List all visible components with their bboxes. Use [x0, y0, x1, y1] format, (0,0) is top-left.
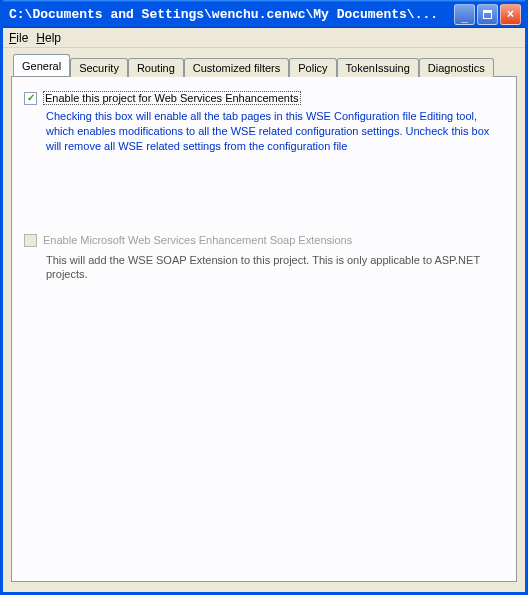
- label-soap-ext: Enable Microsoft Web Services Enhancemen…: [43, 234, 352, 246]
- close-button[interactable]: ×: [500, 4, 521, 25]
- maximize-button[interactable]: [477, 4, 498, 25]
- checkbox-soap-ext: [24, 234, 37, 247]
- menubar: File Help: [3, 28, 525, 48]
- desc-enable-wse: Checking this box will enable all the ta…: [46, 109, 501, 154]
- client-area: General Security Routing Customized filt…: [3, 48, 525, 592]
- row-soap-ext: Enable Microsoft Web Services Enhancemen…: [24, 234, 504, 247]
- tab-customized-filters[interactable]: Customized filters: [184, 58, 289, 77]
- titlebar-buttons: _ ×: [454, 4, 521, 25]
- tab-security[interactable]: Security: [70, 58, 128, 77]
- tabs-row: General Security Routing Customized filt…: [13, 54, 517, 76]
- tab-panel-general: ✓ Enable this project for Web Services E…: [11, 76, 517, 582]
- tab-routing[interactable]: Routing: [128, 58, 184, 77]
- tab-policy[interactable]: Policy: [289, 58, 336, 77]
- check-mark-icon: ✓: [27, 93, 35, 103]
- titlebar: C:\Documents and Settings\wenchu.cenwc\M…: [3, 0, 525, 28]
- desc-soap-ext: This will add the WSE SOAP Extension to …: [46, 253, 486, 283]
- checkbox-enable-wse[interactable]: ✓: [24, 92, 37, 105]
- menu-file[interactable]: File: [9, 31, 28, 45]
- row-enable-wse: ✓ Enable this project for Web Services E…: [24, 91, 504, 105]
- tab-tokenissuing[interactable]: TokenIssuing: [337, 58, 419, 77]
- label-enable-wse[interactable]: Enable this project for Web Services Enh…: [43, 91, 301, 105]
- tab-general[interactable]: General: [13, 54, 70, 76]
- menu-help[interactable]: Help: [36, 31, 61, 45]
- window-frame: C:\Documents and Settings\wenchu.cenwc\M…: [0, 0, 528, 595]
- minimize-button[interactable]: _: [454, 4, 475, 25]
- tab-diagnostics[interactable]: Diagnostics: [419, 58, 494, 77]
- window-title: C:\Documents and Settings\wenchu.cenwc\M…: [9, 7, 454, 22]
